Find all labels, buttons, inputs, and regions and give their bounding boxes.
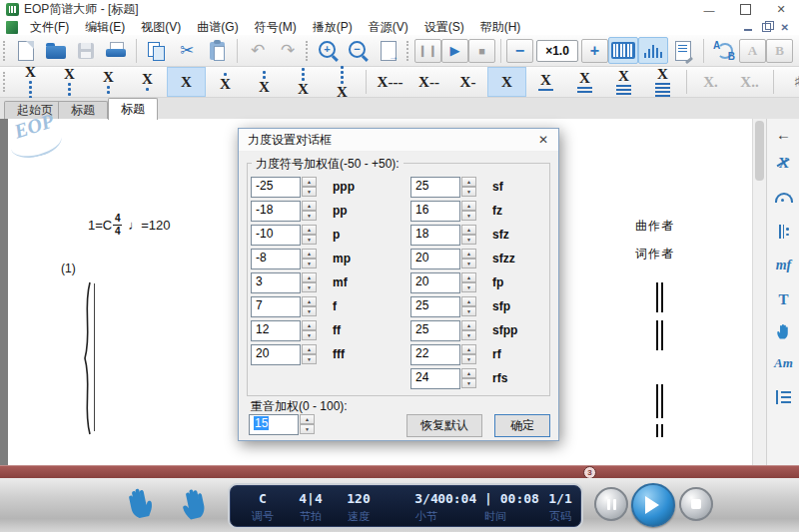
menu-score[interactable]: 曲谱(G) bbox=[189, 19, 246, 36]
hand-tool-button[interactable] bbox=[767, 318, 799, 344]
dynamics-sfz-value-input[interactable]: 18 bbox=[410, 225, 460, 246]
restore-defaults-button[interactable]: 恢复默认 bbox=[406, 414, 482, 437]
note-thirty-second-button[interactable]: X bbox=[604, 67, 643, 97]
ab-loop-button[interactable]: AB bbox=[709, 37, 739, 64]
octave-up-4-button[interactable]: X bbox=[323, 67, 362, 97]
composer-placeholder[interactable]: 曲作者 bbox=[635, 218, 674, 235]
note-sixteenth-button[interactable]: X bbox=[565, 67, 604, 97]
octave-middle-button[interactable]: X bbox=[167, 67, 206, 97]
pause-playback-button[interactable] bbox=[594, 487, 628, 521]
line-spacing-button[interactable] bbox=[767, 384, 799, 410]
maximize-icon[interactable] bbox=[727, 0, 763, 19]
dynamics-sf-value-input[interactable]: 25 bbox=[410, 177, 460, 198]
dynamics-sfpp-down-button[interactable]: ▼ bbox=[461, 330, 476, 340]
dynamics-rfs-value-input[interactable]: 24 bbox=[410, 368, 460, 389]
dynamics-rf-up-button[interactable]: ▲ bbox=[461, 344, 476, 354]
vertical-scrollbar[interactable] bbox=[752, 119, 767, 465]
dynamics-pp-down-button[interactable]: ▼ bbox=[302, 211, 317, 221]
dynamics-rfs-down-button[interactable]: ▼ bbox=[461, 378, 476, 388]
toolbar-grip[interactable] bbox=[306, 41, 309, 61]
note-half-button[interactable]: X- bbox=[448, 67, 487, 97]
dynamics-sfp-up-button[interactable]: ▲ bbox=[461, 296, 476, 306]
dynamics-fp-down-button[interactable]: ▼ bbox=[461, 282, 476, 292]
menu-symbol[interactable]: 符号(M) bbox=[247, 19, 305, 36]
mdi-minimize-icon[interactable] bbox=[744, 29, 752, 31]
dynamics-sfz-up-button[interactable]: ▲ bbox=[461, 225, 476, 235]
menu-settings[interactable]: 设置(S) bbox=[416, 19, 472, 36]
toolbar-grip[interactable] bbox=[3, 41, 6, 61]
zoom-out-button[interactable]: − bbox=[344, 37, 374, 64]
menu-file[interactable]: 文件(F) bbox=[22, 19, 77, 36]
zoom-in-button[interactable]: + bbox=[314, 37, 344, 64]
spectrum-view-toggle[interactable] bbox=[638, 37, 668, 64]
collapse-panel-button[interactable]: ← bbox=[767, 121, 799, 147]
dynamics-fp-up-button[interactable]: ▲ bbox=[461, 272, 476, 282]
dynamics-sfpp-value-input[interactable]: 25 bbox=[410, 320, 460, 341]
dynamics-rf-down-button[interactable]: ▼ bbox=[461, 354, 476, 364]
dynamics-sfz-down-button[interactable]: ▼ bbox=[461, 235, 476, 245]
copy-button[interactable] bbox=[142, 37, 172, 64]
toolbar-grip[interactable] bbox=[3, 72, 6, 92]
octave-down-4-button[interactable]: X bbox=[11, 67, 50, 97]
menu-view[interactable]: 视图(V) bbox=[133, 19, 189, 36]
note-whole-button[interactable]: X--- bbox=[371, 67, 409, 97]
octave-up-2-button[interactable]: X bbox=[245, 67, 284, 97]
dynamics-sfpp-up-button[interactable]: ▲ bbox=[461, 320, 476, 330]
dynamics-mp-up-button[interactable]: ▲ bbox=[302, 249, 317, 259]
toolbar-grip[interactable] bbox=[406, 41, 409, 61]
menu-sound[interactable]: 音源(V) bbox=[361, 19, 416, 36]
note-double-dotted-button[interactable]: X.. bbox=[730, 67, 769, 97]
dynamics-fz-up-button[interactable]: ▲ bbox=[461, 201, 476, 211]
fermata-button[interactable] bbox=[767, 185, 799, 211]
dynamics-fff-down-button[interactable]: ▼ bbox=[302, 354, 317, 364]
octave-down-2-button[interactable]: X bbox=[89, 67, 128, 97]
save-button[interactable] bbox=[71, 37, 101, 64]
dynamics-fz-value-input[interactable]: 16 bbox=[410, 201, 460, 222]
minimize-icon[interactable]: — bbox=[691, 0, 727, 19]
octave-up-1-button[interactable]: X bbox=[206, 67, 245, 97]
score-follow-button[interactable] bbox=[668, 37, 698, 64]
new-file-button[interactable] bbox=[11, 37, 41, 64]
ok-button[interactable]: 确定 bbox=[494, 414, 550, 437]
dynamics-ff-down-button[interactable]: ▼ bbox=[302, 330, 317, 340]
accent-weight-down-button[interactable]: ▼ bbox=[300, 424, 315, 434]
note-quarter-button[interactable]: X bbox=[487, 67, 526, 97]
dynamics-fff-value-input[interactable]: 20 bbox=[251, 344, 301, 365]
stop-playback-button[interactable] bbox=[679, 487, 713, 521]
dynamics-mf-down-button[interactable]: ▼ bbox=[302, 282, 317, 292]
chord-tool-button[interactable]: Am bbox=[767, 350, 799, 376]
octave-up-3-button[interactable]: X bbox=[284, 67, 323, 97]
dynamics-sf-up-button[interactable]: ▲ bbox=[461, 177, 476, 187]
note-dotted-button[interactable]: X. bbox=[691, 67, 730, 97]
dynamics-sfzz-value-input[interactable]: 20 bbox=[410, 249, 460, 269]
dynamics-rf-value-input[interactable]: 22 bbox=[410, 344, 460, 365]
playback-speed-value[interactable]: ×1.0 bbox=[536, 40, 578, 62]
dynamics-rfs-up-button[interactable]: ▲ bbox=[461, 368, 476, 378]
dynamics-p-value-input[interactable]: -10 bbox=[251, 225, 301, 246]
dialog-title-bar[interactable]: 力度设置对话框 ✕ bbox=[239, 129, 558, 152]
play-button[interactable]: ▶ bbox=[441, 39, 468, 63]
loop-point-a-button[interactable]: A bbox=[739, 39, 766, 63]
cut-button[interactable]: ✂ bbox=[172, 37, 202, 64]
dynamics-fff-up-button[interactable]: ▲ bbox=[302, 344, 317, 354]
octave-down-1-button[interactable]: X bbox=[128, 67, 167, 97]
keyboard-view-toggle[interactable] bbox=[608, 37, 638, 64]
dynamics-sfp-down-button[interactable]: ▼ bbox=[461, 306, 476, 316]
note-eighth-button[interactable]: X bbox=[526, 67, 565, 97]
sharp-button[interactable]: ♯ bbox=[778, 67, 799, 97]
dynamics-p-down-button[interactable]: ▼ bbox=[302, 235, 317, 245]
loop-point-b-button[interactable]: B bbox=[766, 39, 793, 63]
menu-help[interactable]: 帮助(H) bbox=[472, 19, 529, 36]
dynamics-mf-value-input[interactable]: 3 bbox=[251, 272, 301, 293]
dynamics-pp-value-input[interactable]: -18 bbox=[251, 201, 301, 222]
dynamics-sf-down-button[interactable]: ▼ bbox=[461, 187, 476, 197]
dynamics-mp-down-button[interactable]: ▼ bbox=[302, 259, 317, 268]
dynamics-ff-value-input[interactable]: 12 bbox=[251, 320, 301, 341]
dynamics-button[interactable]: mf bbox=[767, 253, 799, 278]
dynamics-fp-value-input[interactable]: 20 bbox=[410, 272, 460, 293]
dynamics-sfp-value-input[interactable]: 25 bbox=[410, 296, 460, 317]
grace-note-button[interactable]: X bbox=[767, 151, 799, 177]
lyricist-placeholder[interactable]: 词作者 bbox=[635, 246, 674, 263]
vertical-scrollbar-thumb[interactable] bbox=[755, 121, 764, 181]
left-hand-button[interactable] bbox=[117, 482, 160, 525]
